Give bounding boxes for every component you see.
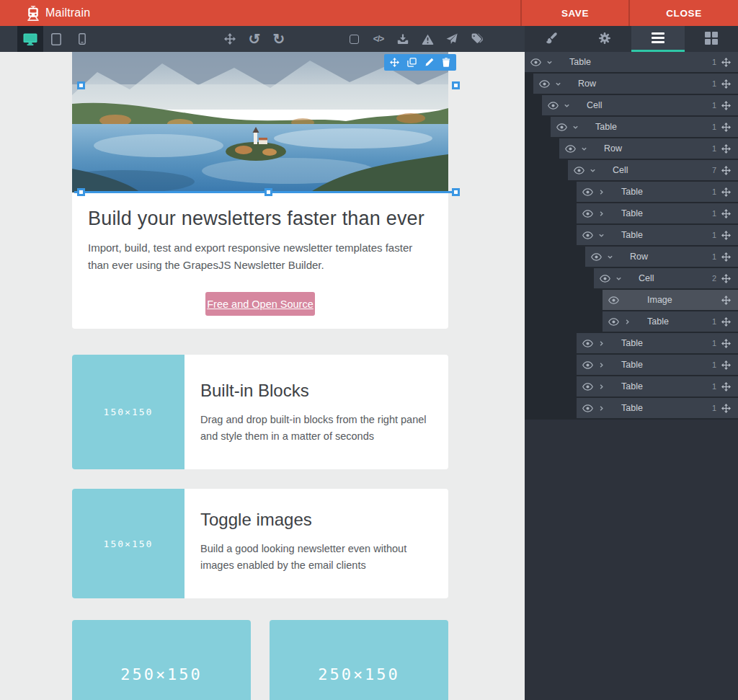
layer-row[interactable]: Image [603, 290, 738, 310]
chevron-toggle[interactable] [590, 167, 601, 174]
chevron-toggle[interactable] [572, 124, 584, 130]
chevron-toggle[interactable] [546, 59, 558, 66]
selection-handle-left[interactable] [77, 81, 85, 89]
image-placeholder-250[interactable]: 250×150 [270, 620, 448, 700]
hero-lake-image[interactable] [72, 52, 448, 192]
chevron-toggle[interactable] [564, 102, 575, 109]
layer-drag-handle[interactable] [716, 101, 735, 110]
merge-tags-button[interactable] [464, 26, 489, 52]
layer-drag-handle[interactable] [716, 58, 735, 67]
save-button[interactable]: SAVE [520, 0, 628, 26]
visibility-toggle[interactable] [548, 102, 564, 110]
selection-handle-bottom-right[interactable] [452, 188, 460, 196]
selection-handle-bottom-center[interactable] [264, 188, 272, 196]
layer-row[interactable]: Cell 1 [542, 95, 738, 115]
layer-drag-handle[interactable] [716, 166, 735, 175]
send-test-button[interactable] [440, 26, 464, 52]
chevron-toggle[interactable] [598, 405, 610, 412]
visibility-toggle[interactable] [608, 296, 624, 304]
chevron-toggle[interactable] [598, 189, 610, 195]
close-button[interactable]: CLOSE [628, 0, 738, 26]
selection-delete-button[interactable] [439, 54, 453, 71]
layer-row[interactable]: Table 1 [525, 52, 738, 72]
layer-drag-handle[interactable] [716, 252, 735, 262]
visibility-toggle[interactable] [565, 145, 581, 153]
chevron-toggle[interactable] [598, 384, 610, 390]
chevron-toggle[interactable] [581, 146, 592, 152]
layer-drag-handle[interactable] [716, 274, 735, 283]
layer-row[interactable]: Cell 7 [568, 160, 738, 180]
visibility-toggle[interactable] [530, 58, 546, 66]
chevron-toggle[interactable] [598, 232, 610, 239]
selection-edit-button[interactable] [422, 54, 436, 71]
layer-row[interactable]: Table 1 [577, 355, 738, 375]
layer-drag-handle[interactable] [716, 209, 735, 218]
image-placeholder-150[interactable]: 150×150 [72, 489, 184, 598]
feature-text[interactable]: Drag and drop built-in blocks from the r… [200, 412, 432, 445]
layer-drag-handle[interactable] [716, 187, 735, 197]
layer-row[interactable]: Row 1 [559, 138, 738, 159]
chevron-toggle[interactable] [598, 211, 610, 217]
tab-layer-manager[interactable] [631, 26, 685, 52]
layer-row[interactable]: Table 1 [577, 182, 738, 202]
tab-settings[interactable] [578, 26, 631, 52]
layer-drag-handle[interactable] [716, 317, 735, 327]
redo-button[interactable]: ↻ [267, 26, 291, 52]
chevron-toggle[interactable] [607, 254, 618, 260]
undo-button[interactable]: ↺ [242, 26, 267, 52]
layer-row[interactable]: Table 1 [577, 398, 738, 418]
device-desktop-button[interactable] [17, 26, 43, 52]
visibility-toggle[interactable] [582, 383, 598, 391]
chevron-toggle[interactable] [598, 340, 610, 347]
visibility-toggle[interactable] [582, 404, 598, 412]
feature-heading[interactable]: Toggle images [200, 510, 432, 530]
visibility-toggle[interactable] [582, 210, 598, 218]
hero-paragraph[interactable]: Import, build, test and export responsiv… [72, 230, 448, 274]
selection-handle-right[interactable] [452, 81, 460, 89]
layer-drag-handle[interactable] [716, 144, 735, 154]
device-tablet-button[interactable] [43, 26, 69, 52]
tab-style-manager[interactable] [525, 26, 578, 52]
warnings-button[interactable] [415, 26, 440, 52]
image-placeholder-150[interactable]: 150×150 [72, 355, 184, 469]
layer-drag-handle[interactable] [716, 404, 735, 413]
visibility-toggle[interactable] [582, 231, 598, 239]
visibility-toggle[interactable] [556, 123, 572, 131]
layer-row[interactable]: Row 1 [585, 247, 738, 267]
layer-drag-handle[interactable] [716, 296, 735, 305]
image-placeholder-250[interactable]: 250×150 [72, 620, 251, 700]
feature-text[interactable]: Build a good looking newsletter even wit… [200, 541, 432, 574]
chevron-toggle[interactable] [624, 319, 636, 325]
chevron-toggle[interactable] [615, 275, 627, 282]
chevron-toggle[interactable] [598, 362, 610, 368]
layer-drag-handle[interactable] [716, 360, 735, 370]
layer-row[interactable]: Table 1 [577, 333, 738, 353]
layer-drag-handle[interactable] [716, 79, 735, 89]
feature-heading[interactable]: Built-in Blocks [200, 381, 432, 401]
layer-row[interactable]: Table 1 [603, 311, 738, 332]
layer-drag-handle[interactable] [716, 339, 735, 348]
feature-section-built-in-blocks[interactable]: 150×150 Built-in Blocks Drag and drop bu… [72, 355, 448, 469]
visibility-toggle[interactable] [574, 167, 590, 174]
toggle-borders-button[interactable] [342, 26, 366, 52]
layer-drag-handle[interactable] [716, 231, 735, 240]
visibility-toggle[interactable] [608, 318, 624, 326]
chevron-toggle[interactable] [555, 81, 566, 87]
selection-clone-button[interactable] [404, 54, 419, 71]
fullscreen-button[interactable] [218, 26, 242, 52]
export-code-button[interactable]: </> [366, 26, 391, 52]
visibility-toggle[interactable] [582, 361, 598, 369]
hero-section[interactable]: Build your newsletters faster than ever … [72, 52, 448, 329]
free-open-source-button[interactable]: Free and Open Source [205, 292, 315, 316]
visibility-toggle[interactable] [539, 80, 555, 88]
import-button[interactable] [391, 26, 415, 52]
device-mobile-button[interactable] [69, 26, 95, 52]
tab-block-manager[interactable] [685, 26, 738, 52]
layer-row[interactable]: Table 1 [577, 203, 738, 223]
layer-row[interactable]: Cell 2 [594, 268, 738, 288]
layer-row[interactable]: Table 1 [577, 225, 738, 245]
layer-row[interactable]: Table 1 [577, 376, 738, 396]
selection-move-button[interactable] [387, 54, 401, 71]
layer-drag-handle[interactable] [716, 382, 735, 391]
visibility-toggle[interactable] [582, 340, 598, 347]
